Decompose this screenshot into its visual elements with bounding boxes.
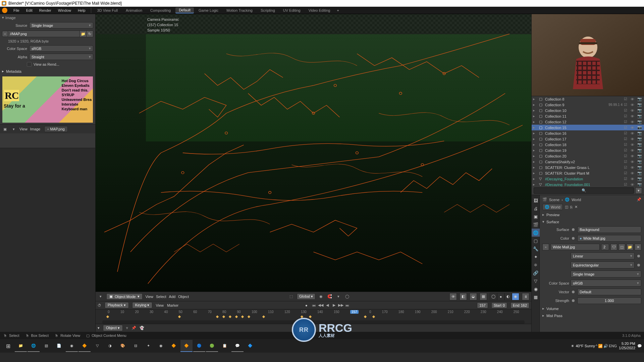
toggle-render[interactable]: 📷: [637, 154, 643, 158]
colorspace-dropdown[interactable]: sRGB▾: [571, 280, 641, 287]
filter-icon[interactable]: ▿: [126, 326, 128, 330]
keyframe-next-button[interactable]: ▶▶: [338, 302, 344, 308]
toggle-exclude[interactable]: ☑: [624, 177, 629, 181]
surface-shader-dropdown[interactable]: Background: [577, 226, 641, 233]
outliner-row-5[interactable]: ▸▢Collection 15☑👁📷: [532, 125, 644, 130]
refresh-button[interactable]: ↻: [87, 31, 93, 37]
weather-widget[interactable]: ☀ 40°F Sunny: [571, 344, 595, 348]
menu-file[interactable]: File: [11, 8, 22, 13]
tray-input-icon[interactable]: ENG: [609, 344, 617, 348]
outliner-row-2[interactable]: ▸▢Collection 10☑👁📷: [532, 108, 644, 113]
toggle-visibility[interactable]: 👁: [631, 131, 636, 135]
taskbar-app5[interactable]: ✦: [142, 340, 154, 352]
toggle-visibility[interactable]: 👁: [631, 109, 636, 113]
expand-icon[interactable]: ▸: [533, 103, 538, 107]
taskbar-app4[interactable]: ⊟: [129, 340, 142, 352]
solid-shading[interactable]: ●: [497, 293, 504, 300]
preview-header[interactable]: ▸Preview: [541, 211, 643, 218]
menu-edit[interactable]: Edit: [23, 8, 35, 13]
color-texture-dropdown[interactable]: ●Wide Mall.jpg: [577, 235, 641, 242]
toggle-render[interactable]: 📷: [637, 165, 643, 170]
duplicate-button[interactable]: ⎘: [570, 205, 573, 209]
toggle-render[interactable]: 📷: [637, 97, 643, 101]
tab-render[interactable]: 🖼: [532, 196, 540, 204]
source-dropdown[interactable]: Single Image▾: [571, 270, 641, 278]
editor-type-icon[interactable]: ⏱: [98, 303, 101, 307]
expand-icon[interactable]: ▸: [533, 97, 538, 101]
toggle-exclude[interactable]: ☑: [624, 142, 629, 147]
editor-type-icon[interactable]: ▾: [98, 326, 100, 330]
tray-volume-icon[interactable]: 🔊: [603, 344, 608, 348]
chevron-down-icon[interactable]: ▾: [11, 126, 17, 132]
mode-dropdown[interactable]: ▣ Object Mode▾: [106, 293, 143, 300]
toggle-visibility[interactable]: 👁: [631, 114, 636, 118]
menu-view[interactable]: View: [19, 127, 28, 131]
outliner-row-9[interactable]: ▸▢Collection 19☑👁📷: [532, 147, 644, 153]
taskbar-discord[interactable]: 💬: [231, 340, 244, 352]
toggle-visibility[interactable]: 👁: [631, 143, 636, 147]
menu-window[interactable]: Window: [55, 8, 74, 13]
toggle-render[interactable]: 📷: [637, 160, 643, 164]
toggle-exclude[interactable]: ☑: [624, 108, 629, 113]
snap-toggle[interactable]: 🧲: [327, 294, 333, 300]
expand-icon[interactable]: ▸: [533, 165, 538, 170]
toggle-visibility[interactable]: 👁: [631, 166, 636, 170]
outliner-search[interactable]: 🔍: [534, 187, 634, 194]
expand-icon[interactable]: ▸: [533, 171, 538, 175]
toggle-exclude[interactable]: ☑: [624, 125, 629, 130]
unlink-image-button[interactable]: ✕: [635, 244, 641, 250]
outliner-row-15[interactable]: ▸▽#Decaying_Foundation.001☑👁📷: [532, 182, 644, 186]
metadata-header[interactable]: ▸ Metadata: [0, 68, 95, 75]
workspace-scripting[interactable]: Scripting: [257, 8, 278, 13]
toggle-exclude[interactable]: ☑: [624, 171, 629, 175]
toggle-render[interactable]: 📷: [637, 120, 643, 124]
toggle-visibility[interactable]: 👁: [631, 148, 636, 153]
tab-physics[interactable]: ⚛: [532, 261, 540, 269]
menu-object[interactable]: Object: [178, 295, 189, 299]
keyframe[interactable]: [300, 315, 303, 318]
toggle-exclude[interactable]: ☑: [624, 103, 629, 107]
workspace-uvediting[interactable]: UV Editing: [280, 8, 304, 13]
menu-help[interactable]: Help: [75, 8, 88, 13]
interpolation-dropdown[interactable]: Linear▾: [571, 252, 635, 259]
outliner-row-3[interactable]: ▸▢Collection 11☑👁📷: [532, 113, 644, 119]
prop-edit-icon[interactable]: ◯: [344, 294, 350, 300]
new-image-button[interactable]: ◫: [619, 244, 625, 250]
jump-start-button[interactable]: ⏮: [311, 302, 317, 308]
frame-end-field[interactable]: End 162: [511, 302, 529, 308]
world-datablock[interactable]: 🌐 World: [542, 204, 563, 210]
outliner-row-4[interactable]: ▸▢Collection 12☑👁📷: [532, 119, 644, 125]
workspace-compositing[interactable]: Compositing: [147, 8, 174, 13]
frame-start-field[interactable]: Start 0: [491, 302, 507, 308]
taskbar-app3[interactable]: ◑: [104, 340, 116, 352]
3d-viewport[interactable]: Camera Panoramic (157) Collection 15 Sam…: [96, 14, 531, 292]
tab-constraint[interactable]: 🔗: [532, 269, 540, 277]
menu-view[interactable]: View: [156, 303, 164, 307]
workspace-add-button[interactable]: +: [335, 8, 341, 13]
keyframe[interactable]: [262, 315, 265, 318]
taskbar-explorer[interactable]: 📁: [15, 340, 27, 352]
outliner-filter-button[interactable]: ▾: [635, 187, 642, 194]
toggle-visibility[interactable]: 👁: [631, 137, 636, 141]
overlay-toggle[interactable]: ◒: [470, 293, 477, 300]
toggle-render[interactable]: 📷: [637, 125, 643, 130]
timeline-scrollbar[interactable]: [102, 320, 525, 324]
image-icon[interactable]: ▫: [542, 244, 549, 250]
keyframe[interactable]: [222, 315, 225, 318]
taskbar-blender-active[interactable]: 🔶: [180, 340, 193, 352]
unlink-button[interactable]: ✕: [575, 205, 578, 209]
menu-select[interactable]: Select: [156, 295, 166, 299]
menu-image[interactable]: Image: [30, 127, 41, 131]
toggle-render[interactable]: 📷: [637, 114, 643, 118]
pin-icon[interactable]: 📌: [131, 326, 136, 330]
play-rev-button[interactable]: ◀: [324, 302, 330, 308]
taskbar-updates[interactable]: 🔵: [193, 340, 205, 352]
xray-toggle[interactable]: ▦: [480, 293, 487, 300]
keyframe[interactable]: [228, 315, 231, 318]
projection-dropdown[interactable]: Equirectangular▾: [571, 261, 635, 268]
dope-type-dropdown[interactable]: Object ▾: [103, 325, 123, 331]
taskbar-notepad[interactable]: 📄: [53, 340, 65, 352]
toggle-exclude[interactable]: ☑: [624, 148, 629, 153]
outliner-row-8[interactable]: ▸▢Collection 18☑👁📷: [532, 142, 644, 147]
new-world-button[interactable]: ◫: [565, 205, 568, 209]
